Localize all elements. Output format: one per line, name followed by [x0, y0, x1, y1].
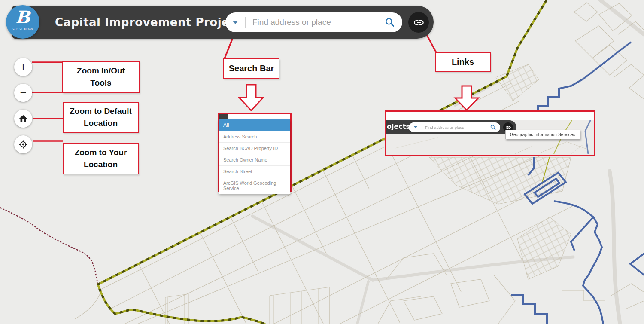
search-dropdown-inset: All Address Search Search BCAD Property … [218, 113, 292, 192]
callout-links: Links [435, 52, 491, 72]
links-tooltip: Geographic Information Services [505, 130, 580, 139]
caret-down-icon [414, 126, 417, 128]
links-inset: ojects Find address or place Geographic … [385, 110, 595, 156]
logo-caption: City of Bryan [6, 28, 39, 30]
inset-white-strip [386, 112, 594, 120]
search-source-dropdown-button[interactable] [225, 21, 245, 24]
logo-letter: B [6, 7, 39, 28]
zoom-in-button[interactable]: + [14, 58, 32, 76]
callout-zoom-tools: Zoom In/Out Tools [62, 61, 140, 93]
inset-header-fragment: ojects Find address or place [386, 120, 516, 134]
inset-search-bar: Find address or place [409, 122, 500, 132]
magnifier-icon [384, 17, 395, 28]
inset-top-strip [219, 114, 290, 119]
inset-title-fragment: ojects [387, 122, 410, 131]
callout-zoom-default: Zoom to Default Location [63, 102, 139, 133]
home-button[interactable] [14, 110, 32, 128]
link-icon [413, 17, 425, 28]
search-bar [225, 12, 402, 32]
menu-item-all[interactable]: All [219, 119, 290, 131]
plus-icon: + [20, 61, 26, 72]
logo-star-icon: ★ [21, 18, 24, 22]
menu-item-street[interactable]: Search Street [219, 165, 290, 177]
menu-item-owner-name[interactable]: Search Owner Name [219, 154, 290, 165]
magnifier-icon [490, 124, 496, 131]
inset-dark-fragment [219, 114, 228, 119]
locate-button[interactable] [14, 135, 32, 153]
home-icon [18, 114, 28, 123]
header-bar: Capital Improvement Projects [12, 6, 434, 39]
zoom-out-button[interactable]: − [14, 84, 32, 102]
callout-zoom-your-location: Zoom to Your Location [63, 143, 139, 174]
caret-down-icon [232, 21, 238, 24]
callout-search-bar: Search Bar [223, 58, 279, 79]
search-source-menu: All Address Search Search BCAD Property … [219, 119, 290, 194]
city-logo[interactable]: B ★ City of Bryan [6, 5, 39, 39]
inset-search-placeholder: Find address or place [421, 125, 490, 130]
locate-icon [18, 139, 28, 150]
page-title: Capital Improvement Projects [55, 6, 249, 39]
links-button[interactable] [408, 12, 429, 33]
menu-item-bcad-property-id[interactable]: Search BCAD Property ID [219, 142, 290, 154]
logo-rule [14, 31, 32, 31]
search-input[interactable] [246, 18, 377, 27]
app-window: Capital Improvement Projects B ★ City of… [0, 0, 644, 324]
menu-item-world-geocoding[interactable]: ArcGIS World Geocoding Service [219, 177, 290, 194]
search-submit-button[interactable] [377, 17, 402, 28]
menu-item-address-search[interactable]: Address Search [219, 131, 290, 142]
minus-icon: − [20, 87, 26, 98]
